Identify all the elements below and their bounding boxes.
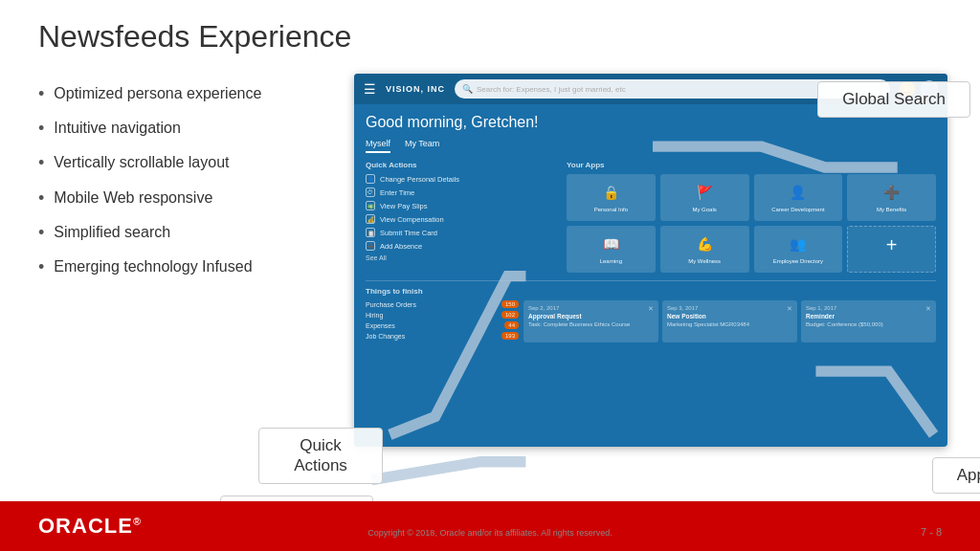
card-close-1[interactable]: ✕: [648, 305, 654, 313]
things-left: Purchase Orders 150 Hiring 102 Expenses …: [366, 300, 519, 342]
apps-callout-label: Apps: [957, 466, 980, 484]
callout-quick-actions: QuickActions: [258, 428, 383, 484]
footer-copyright: Copyright © 2018, Oracle and/or its affi…: [368, 528, 612, 538]
app-tile-personal-info[interactable]: 🔒 Personal Info: [567, 174, 656, 221]
card-2-type: New Position: [667, 313, 792, 320]
quick-actions-col: Quick Actions 👤 Change Personal Details …: [366, 161, 557, 273]
things-card-2[interactable]: ✕ Sep 3, 2017 New Position Marketing Spe…: [662, 300, 797, 342]
things-item-hiring[interactable]: Hiring 102: [366, 311, 519, 319]
callout-global-search: Global Search: [817, 81, 970, 118]
search-placeholder: Search for: Expenses, I just got married…: [477, 85, 626, 94]
bottom-bar: ORACLE®: [0, 501, 980, 551]
quick-actions-callout-label: QuickActions: [294, 436, 347, 474]
my-benefits-icon: ➕: [881, 182, 902, 203]
card-close-3[interactable]: ✕: [925, 305, 931, 313]
quick-actions-title: Quick Actions: [366, 161, 557, 169]
qa-item-4[interactable]: 💰 View Compensation: [366, 214, 557, 224]
tab-myself[interactable]: Myself: [366, 139, 390, 153]
qa-item-6[interactable]: ➕ Add Absence: [366, 241, 557, 251]
qa-icon-4: 💰: [366, 214, 375, 224]
footer-page-number: 7 - 8: [921, 526, 942, 538]
features-list: Optimized persona experience Intuitive n…: [38, 83, 345, 279]
things-card-3[interactable]: ✕ Sep 1, 2017 Reminder Budget: Conferenc…: [801, 300, 936, 342]
card-close-2[interactable]: ✕: [787, 305, 792, 313]
qa-item-3[interactable]: 💵 View Pay Slips: [366, 201, 557, 210]
things-title: Things to finish: [366, 287, 936, 296]
card-3-date: Sep 1, 2017: [806, 305, 931, 311]
card-2-detail: Marketing Specialist MGR03484: [667, 321, 792, 329]
things-card-1[interactable]: ✕ Sep 2, 2017 Approval Request Task: Com…: [523, 300, 658, 342]
learning-label: Learning: [600, 258, 622, 265]
my-goals-icon: 🚩: [694, 182, 715, 203]
slide-title: Newsfeeds Experience: [0, 0, 980, 64]
qa-icon-3: 💵: [366, 201, 375, 210]
app-tile-directory[interactable]: 👥 Employee Directory: [754, 226, 843, 273]
wellness-label: My Wellness: [688, 258, 721, 265]
things-job-count: 193: [501, 332, 519, 340]
your-apps-title: Your Apps: [567, 161, 936, 169]
qa-label-6: Add Absence: [380, 242, 422, 251]
qa-item-1[interactable]: 👤 Change Personal Details: [366, 174, 557, 184]
things-item-job-changes[interactable]: Job Changes 193: [366, 332, 519, 340]
see-all-link[interactable]: See All: [366, 254, 557, 261]
bullet-item-1: Optimized persona experience: [38, 83, 345, 106]
qa-icon-5: 📋: [366, 228, 375, 237]
career-icon: 👤: [788, 182, 809, 203]
things-hiring-label: Hiring: [366, 312, 498, 319]
things-item-expenses[interactable]: Expenses 44: [366, 321, 519, 329]
slide: Newsfeeds Experience Optimized persona e…: [0, 0, 980, 551]
card-3-detail: Budget: Conference ($50,000): [806, 321, 931, 329]
card-2-date: Sep 3, 2017: [667, 305, 792, 311]
qa-item-2[interactable]: ⏱ Enter Time: [366, 187, 557, 197]
app-tile-my-benefits[interactable]: ➕ My Benefits: [847, 174, 936, 221]
tab-my-team[interactable]: My Team: [405, 139, 439, 153]
things-cards: ✕ Sep 2, 2017 Approval Request Task: Com…: [523, 300, 936, 342]
app-screenshot: ☰ VISION, INC 🔍 Search for: Expenses, I …: [354, 74, 947, 447]
hamburger-icon: ☰: [364, 81, 376, 97]
things-po-count: 150: [501, 300, 519, 308]
app-tile-my-goals[interactable]: 🚩 My Goals: [660, 174, 749, 221]
wellness-icon: 💪: [694, 233, 715, 254]
qa-icon-6: ➕: [366, 241, 375, 251]
things-job-label: Job Changes: [366, 333, 498, 340]
card-1-type: Approval Request: [528, 313, 654, 320]
qa-label-3: View Pay Slips: [380, 202, 427, 210]
add-app-icon: +: [881, 234, 902, 255]
qa-item-5[interactable]: 📋 Submit Time Card: [366, 228, 557, 237]
global-search-label: Global Search: [842, 90, 946, 108]
things-row: Purchase Orders 150 Hiring 102 Expenses …: [366, 300, 936, 342]
personal-info-icon: 🔒: [600, 182, 621, 203]
search-icon: 🔍: [462, 84, 473, 94]
qa-label-4: View Compensation: [380, 215, 444, 224]
content-area: Optimized persona experience Intuitive n…: [0, 64, 980, 551]
app-tile-wellness[interactable]: 💪 My Wellness: [660, 226, 749, 273]
app-tile-add[interactable]: +: [847, 226, 936, 273]
things-hiring-count: 102: [501, 311, 519, 319]
things-expenses-count: 44: [504, 321, 519, 329]
app-body: Good morning, Gretchen! Myself My Team Q…: [354, 104, 947, 352]
your-apps-col: Your Apps 🔒 Personal Info 🚩 My Goals: [567, 161, 936, 273]
oracle-logo: ORACLE®: [38, 514, 142, 539]
oracle-brand-text: ORACLE®: [38, 514, 142, 539]
bullet-item-4: Mobile Web responsive: [38, 187, 345, 210]
card-1-detail: Task: Complete Business Ethics Course: [528, 321, 654, 329]
app-brand: VISION, INC: [386, 84, 445, 94]
things-po-label: Purchase Orders: [366, 301, 498, 308]
app-tile-learning[interactable]: 📖 Learning: [567, 226, 656, 273]
callout-apps: Apps: [932, 457, 980, 494]
qa-label-2: Enter Time: [380, 188, 414, 197]
apps-grid: 🔒 Personal Info 🚩 My Goals 👤 Career Dev: [567, 174, 936, 273]
my-benefits-label: My Benefits: [877, 207, 906, 213]
bullet-item-6: Emerging technology Infused: [38, 256, 345, 279]
app-two-col: Quick Actions 👤 Change Personal Details …: [366, 161, 936, 273]
my-goals-label: My Goals: [692, 207, 716, 213]
qa-label-5: Submit Time Card: [380, 229, 437, 237]
career-label: Career Development: [771, 207, 824, 213]
things-expenses-label: Expenses: [366, 322, 501, 329]
bullet-item-3: Vertically scrollable layout: [38, 152, 345, 175]
directory-label: Employee Directory: [773, 258, 823, 265]
directory-icon: 👥: [788, 233, 809, 254]
app-tile-career[interactable]: 👤 Career Development: [754, 174, 843, 221]
things-item-po[interactable]: Purchase Orders 150: [366, 300, 519, 308]
bullet-item-2: Intuitive navigation: [38, 118, 345, 141]
